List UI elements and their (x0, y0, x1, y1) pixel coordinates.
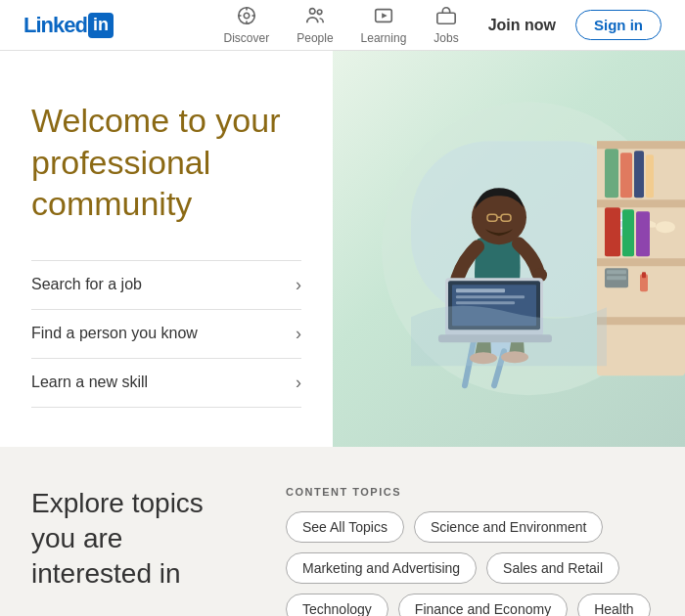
topic-science[interactable]: Science and Environment (414, 511, 604, 543)
hero-title: Welcome to your professional community (31, 100, 301, 225)
hero-left: Welcome to your professional community S… (0, 51, 333, 447)
svg-rect-15 (597, 199, 685, 207)
logo-text: Linked (23, 13, 87, 38)
svg-rect-47 (456, 288, 505, 292)
topics-grid: See All Topics Science and Environment M… (286, 511, 654, 617)
chevron-icon-1: › (296, 324, 301, 344)
nav-item-learning[interactable]: Learning (351, 5, 417, 45)
content-topics-label: CONTENT TOPICS (286, 486, 654, 498)
chevron-icon-2: › (296, 373, 301, 393)
discover-icon (236, 5, 257, 29)
people-icon (304, 5, 326, 29)
hero-link-search-job[interactable]: Search for a job › (31, 260, 301, 310)
hero-link-label-search-job: Search for a job (31, 276, 142, 293)
svg-rect-17 (597, 317, 685, 325)
svg-rect-10 (437, 13, 455, 23)
hero-link-find-person[interactable]: Find a person you know › (31, 310, 301, 359)
linkedin-logo[interactable]: Linked in (23, 13, 114, 38)
topic-health[interactable]: Health (577, 594, 650, 617)
hero-svg-illustration (333, 51, 685, 447)
topic-finance[interactable]: Finance and Economy (398, 594, 568, 617)
svg-rect-31 (607, 276, 626, 280)
explore-title: Explore topics you are interested in (31, 486, 247, 593)
topic-technology[interactable]: Technology (286, 594, 388, 617)
hero-link-learn-skill[interactable]: Learn a new skill › (31, 359, 301, 408)
nav-item-people[interactable]: People (287, 5, 342, 45)
chevron-icon-0: › (296, 275, 301, 295)
svg-point-7 (317, 10, 322, 15)
svg-point-1 (244, 13, 250, 19)
hero-section: Welcome to your professional community S… (0, 51, 685, 447)
topic-sales[interactable]: Sales and Retail (486, 552, 619, 584)
explore-section: Explore topics you are interested in CON… (0, 447, 685, 617)
svg-rect-26 (605, 207, 620, 256)
nav-item-jobs[interactable]: Jobs (424, 5, 468, 45)
svg-rect-16 (597, 258, 685, 266)
logo-area: Linked in (23, 13, 114, 38)
learning-icon (373, 5, 394, 29)
jobs-icon (435, 5, 457, 29)
svg-rect-27 (622, 209, 634, 256)
svg-rect-48 (456, 295, 525, 298)
topic-marketing[interactable]: Marketing and Advertising (286, 552, 477, 584)
svg-rect-28 (636, 211, 650, 256)
explore-right: CONTENT TOPICS See All Topics Science an… (286, 486, 654, 617)
header: Linked in Discover People Learning (0, 0, 685, 51)
svg-rect-21 (646, 154, 654, 198)
sign-in-button[interactable]: Sign in (575, 10, 662, 40)
nav-label-discover: Discover (224, 31, 270, 45)
svg-rect-33 (642, 272, 646, 278)
nav-item-discover[interactable]: Discover (214, 5, 280, 45)
topic-see-all[interactable]: See All Topics (286, 511, 404, 543)
svg-point-6 (309, 9, 315, 15)
svg-point-25 (656, 221, 675, 233)
svg-rect-19 (620, 153, 632, 198)
main-nav: Discover People Learning Jobs Join now S… (214, 5, 662, 45)
svg-rect-49 (456, 301, 515, 304)
hero-links: Search for a job › Find a person you kno… (31, 260, 301, 408)
nav-label-jobs: Jobs (434, 31, 458, 45)
svg-rect-14 (597, 141, 685, 149)
nav-label-people: People (297, 31, 333, 45)
hero-illustration-area (333, 51, 685, 447)
svg-rect-18 (605, 149, 618, 198)
join-now-button[interactable]: Join now (477, 17, 568, 34)
svg-marker-9 (382, 13, 388, 19)
logo-box: in (88, 13, 114, 38)
hero-link-label-find-person: Find a person you know (31, 325, 198, 342)
explore-left: Explore topics you are interested in (31, 486, 247, 617)
hero-link-label-learn-skill: Learn a new skill (31, 374, 148, 391)
svg-rect-20 (634, 151, 644, 198)
nav-label-learning: Learning (361, 31, 407, 45)
svg-rect-30 (607, 270, 626, 274)
